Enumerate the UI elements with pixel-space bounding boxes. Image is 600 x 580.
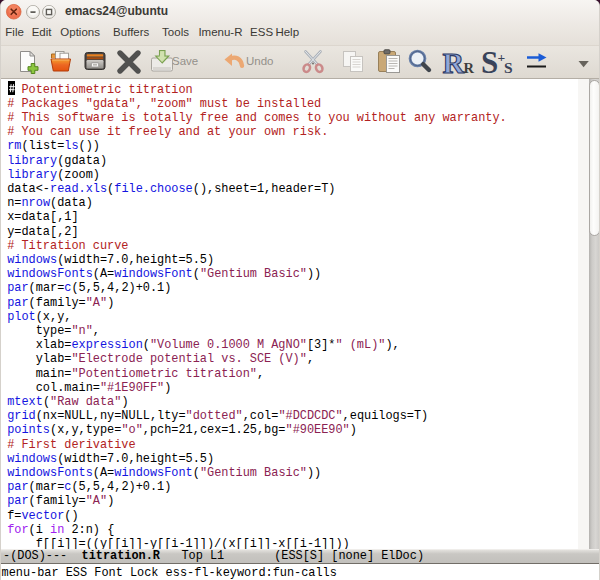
svg-text:S: S <box>481 45 498 80</box>
svg-text:R: R <box>464 60 475 76</box>
svg-text:R: R <box>443 46 465 79</box>
svg-text:S: S <box>504 59 513 76</box>
